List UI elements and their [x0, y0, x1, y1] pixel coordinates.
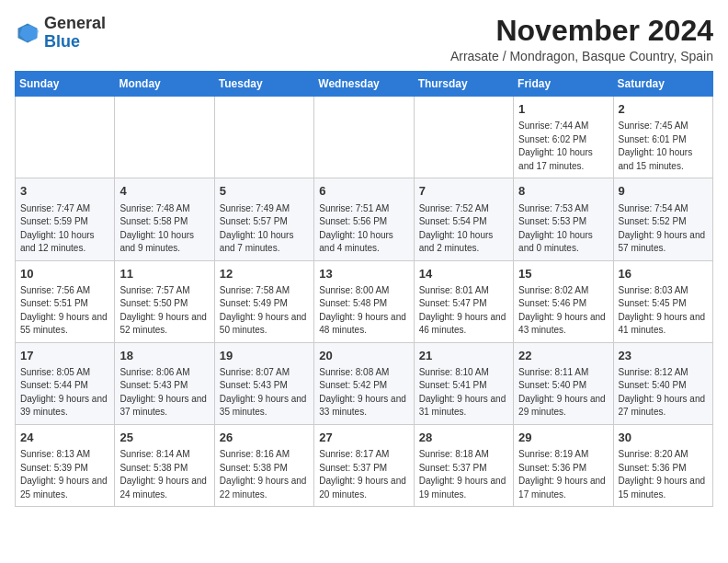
day-number: 15: [518, 266, 608, 282]
day-number: 19: [220, 348, 309, 364]
calendar-cell-w3-d2: 12Sunrise: 7:58 AM Sunset: 5:49 PM Dayli…: [214, 260, 313, 342]
day-number: 4: [119, 183, 209, 200]
day-info: Sunrise: 8:10 AM Sunset: 5:41 PM Dayligh…: [419, 366, 508, 419]
calendar-cell-w3-d6: 16Sunrise: 8:03 AM Sunset: 5:45 PM Dayli…: [613, 260, 712, 342]
calendar-cell-w5-d2: 26Sunrise: 8:16 AM Sunset: 5:38 PM Dayli…: [214, 424, 313, 506]
day-number: 22: [518, 348, 608, 364]
day-info: Sunrise: 8:01 AM Sunset: 5:47 PM Dayligh…: [419, 284, 508, 338]
day-number: 12: [220, 266, 309, 282]
day-number: 24: [20, 430, 109, 446]
day-info: Sunrise: 8:07 AM Sunset: 5:43 PM Dayligh…: [220, 366, 309, 419]
logo-text: General Blue: [44, 15, 106, 52]
title-area: November 2024 Arrasate / Mondragon, Basq…: [450, 15, 713, 63]
calendar-cell-w5-d6: 30Sunrise: 8:20 AM Sunset: 5:36 PM Dayli…: [613, 424, 712, 506]
day-number: 16: [619, 266, 708, 282]
day-info: Sunrise: 8:00 AM Sunset: 5:48 PM Dayligh…: [319, 284, 408, 338]
day-info: Sunrise: 7:58 AM Sunset: 5:49 PM Dayligh…: [220, 284, 309, 338]
day-number: 30: [619, 430, 708, 446]
calendar-cell-w1-d0: [16, 97, 115, 178]
day-info: Sunrise: 7:48 AM Sunset: 5:58 PM Dayligh…: [119, 202, 209, 256]
location-subtitle: Arrasate / Mondragon, Basque Country, Sp…: [450, 49, 713, 63]
day-info: Sunrise: 8:20 AM Sunset: 5:36 PM Dayligh…: [619, 448, 708, 501]
calendar-cell-w4-d0: 17Sunrise: 8:05 AM Sunset: 5:44 PM Dayli…: [16, 342, 115, 424]
day-number: 26: [220, 430, 309, 446]
day-info: Sunrise: 8:08 AM Sunset: 5:42 PM Dayligh…: [319, 366, 408, 419]
calendar-cell-w5-d0: 24Sunrise: 8:13 AM Sunset: 5:39 PM Dayli…: [16, 424, 115, 506]
logo-blue: Blue: [44, 32, 80, 51]
day-info: Sunrise: 8:18 AM Sunset: 5:37 PM Dayligh…: [419, 448, 508, 501]
day-info: Sunrise: 8:11 AM Sunset: 5:40 PM Dayligh…: [518, 366, 608, 419]
day-number: 18: [119, 348, 209, 364]
col-sunday: Sunday: [16, 72, 115, 97]
day-number: 6: [319, 183, 408, 200]
day-number: 17: [20, 348, 109, 364]
calendar-cell-w1-d4: [414, 97, 513, 178]
day-number: 21: [419, 348, 508, 364]
week-row-5: 24Sunrise: 8:13 AM Sunset: 5:39 PM Dayli…: [16, 424, 713, 506]
col-monday: Monday: [115, 72, 214, 97]
day-info: Sunrise: 8:14 AM Sunset: 5:38 PM Dayligh…: [119, 448, 209, 501]
day-number: 10: [20, 266, 109, 282]
day-number: 25: [119, 430, 209, 446]
col-wednesday: Wednesday: [314, 72, 414, 97]
day-info: Sunrise: 8:03 AM Sunset: 5:45 PM Dayligh…: [619, 284, 708, 338]
day-number: 9: [619, 183, 708, 200]
day-info: Sunrise: 8:12 AM Sunset: 5:40 PM Dayligh…: [619, 366, 708, 419]
calendar-cell-w2-d4: 7Sunrise: 7:52 AM Sunset: 5:54 PM Daylig…: [414, 178, 513, 260]
calendar-cell-w2-d2: 5Sunrise: 7:49 AM Sunset: 5:57 PM Daylig…: [214, 178, 313, 260]
day-info: Sunrise: 8:19 AM Sunset: 5:36 PM Dayligh…: [518, 448, 608, 501]
calendar-cell-w2-d0: 3Sunrise: 7:47 AM Sunset: 5:59 PM Daylig…: [16, 178, 115, 260]
day-number: 27: [319, 430, 408, 446]
calendar-cell-w1-d2: [214, 97, 313, 178]
calendar-cell-w5-d3: 27Sunrise: 8:17 AM Sunset: 5:37 PM Dayli…: [314, 424, 414, 506]
calendar-body: 1Sunrise: 7:44 AM Sunset: 6:02 PM Daylig…: [16, 97, 713, 507]
calendar-cell-w2-d3: 6Sunrise: 7:51 AM Sunset: 5:56 PM Daylig…: [314, 178, 414, 260]
col-thursday: Thursday: [414, 72, 513, 97]
calendar-cell-w4-d2: 19Sunrise: 8:07 AM Sunset: 5:43 PM Dayli…: [214, 342, 313, 424]
day-info: Sunrise: 8:16 AM Sunset: 5:38 PM Dayligh…: [220, 448, 309, 501]
logo: General Blue: [15, 15, 106, 52]
calendar-cell-w1-d3: [314, 97, 414, 178]
calendar-cell-w4-d6: 23Sunrise: 8:12 AM Sunset: 5:40 PM Dayli…: [613, 342, 712, 424]
day-info: Sunrise: 8:02 AM Sunset: 5:46 PM Dayligh…: [518, 284, 608, 338]
day-info: Sunrise: 7:51 AM Sunset: 5:56 PM Dayligh…: [319, 202, 408, 256]
calendar-header: Sunday Monday Tuesday Wednesday Thursday…: [16, 72, 713, 97]
calendar-cell-w2-d1: 4Sunrise: 7:48 AM Sunset: 5:58 PM Daylig…: [115, 178, 214, 260]
calendar-cell-w4-d1: 18Sunrise: 8:06 AM Sunset: 5:43 PM Dayli…: [115, 342, 214, 424]
calendar-cell-w3-d1: 11Sunrise: 7:57 AM Sunset: 5:50 PM Dayli…: [115, 260, 214, 342]
day-number: 8: [518, 183, 608, 200]
day-info: Sunrise: 7:49 AM Sunset: 5:57 PM Dayligh…: [220, 202, 309, 256]
day-number: 11: [119, 266, 209, 282]
calendar-cell-w4-d5: 22Sunrise: 8:11 AM Sunset: 5:40 PM Dayli…: [514, 342, 613, 424]
day-info: Sunrise: 7:45 AM Sunset: 6:01 PM Dayligh…: [619, 120, 708, 173]
calendar-cell-w1-d6: 2Sunrise: 7:45 AM Sunset: 6:01 PM Daylig…: [613, 97, 712, 178]
calendar-cell-w3-d4: 14Sunrise: 8:01 AM Sunset: 5:47 PM Dayli…: [414, 260, 513, 342]
day-info: Sunrise: 8:17 AM Sunset: 5:37 PM Dayligh…: [319, 448, 408, 501]
month-title: November 2024: [450, 15, 713, 47]
calendar-cell-w2-d6: 9Sunrise: 7:54 AM Sunset: 5:52 PM Daylig…: [613, 178, 712, 260]
day-info: Sunrise: 7:56 AM Sunset: 5:51 PM Dayligh…: [20, 284, 109, 338]
week-row-4: 17Sunrise: 8:05 AM Sunset: 5:44 PM Dayli…: [16, 342, 713, 424]
day-number: 13: [319, 266, 408, 282]
day-info: Sunrise: 7:53 AM Sunset: 5:53 PM Dayligh…: [518, 202, 608, 256]
day-number: 1: [518, 101, 608, 118]
calendar-cell-w5-d1: 25Sunrise: 8:14 AM Sunset: 5:38 PM Dayli…: [115, 424, 214, 506]
calendar-cell-w3-d5: 15Sunrise: 8:02 AM Sunset: 5:46 PM Dayli…: [514, 260, 613, 342]
calendar-cell-w5-d5: 29Sunrise: 8:19 AM Sunset: 5:36 PM Dayli…: [514, 424, 613, 506]
day-number: 3: [20, 183, 109, 200]
calendar-cell-w2-d5: 8Sunrise: 7:53 AM Sunset: 5:53 PM Daylig…: [514, 178, 613, 260]
day-info: Sunrise: 8:05 AM Sunset: 5:44 PM Dayligh…: [20, 366, 109, 419]
day-number: 2: [619, 101, 708, 118]
logo-icon: [15, 20, 40, 46]
week-row-2: 3Sunrise: 7:47 AM Sunset: 5:59 PM Daylig…: [16, 178, 713, 260]
logo-general: General: [44, 14, 106, 32]
day-number: 7: [419, 183, 508, 200]
calendar-cell-w1-d5: 1Sunrise: 7:44 AM Sunset: 6:02 PM Daylig…: [514, 97, 613, 178]
calendar-cell-w4-d3: 20Sunrise: 8:08 AM Sunset: 5:42 PM Dayli…: [314, 342, 414, 424]
week-row-1: 1Sunrise: 7:44 AM Sunset: 6:02 PM Daylig…: [16, 97, 713, 178]
weekday-header-row: Sunday Monday Tuesday Wednesday Thursday…: [16, 72, 713, 97]
calendar-table: Sunday Monday Tuesday Wednesday Thursday…: [15, 71, 713, 507]
day-info: Sunrise: 8:13 AM Sunset: 5:39 PM Dayligh…: [20, 448, 109, 501]
col-friday: Friday: [514, 72, 613, 97]
day-info: Sunrise: 7:57 AM Sunset: 5:50 PM Dayligh…: [119, 284, 209, 338]
